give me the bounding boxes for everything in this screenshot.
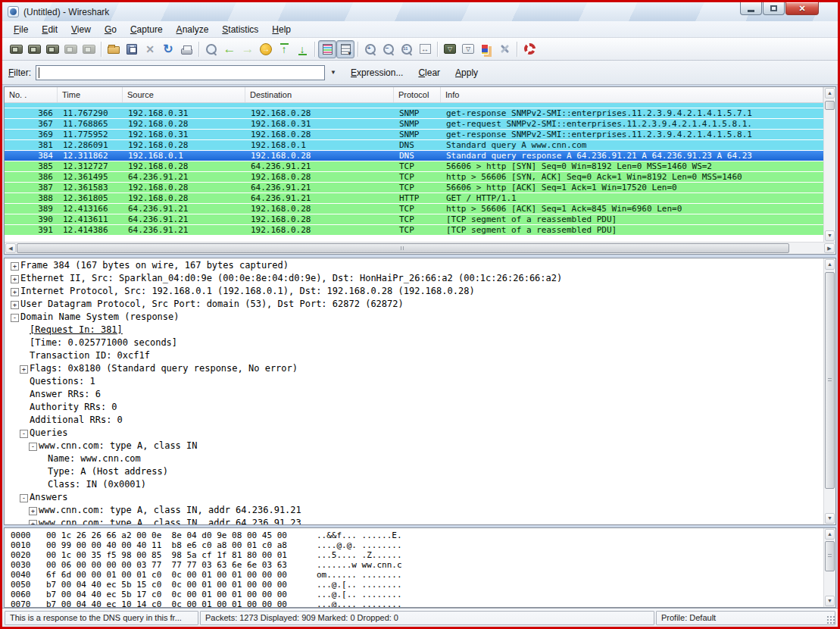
hex-row-0050[interactable]: 0050b7 00 04 40 ec 5b 15 c0 0c 00 01 00 … <box>5 580 823 590</box>
packet-row-367[interactable]: 36711.768865192.168.0.28192.168.0.31SNMP… <box>5 119 823 130</box>
scroll-track[interactable] <box>824 271 835 512</box>
detail-row[interactable]: +www.cnn.com: type A, class IN, addr 64.… <box>5 518 823 524</box>
scroll-up-arrow[interactable]: ▲ <box>825 259 835 270</box>
expand-icon[interactable]: + <box>11 301 19 309</box>
expression-button[interactable]: Expression... <box>345 65 409 80</box>
resize-grip[interactable] <box>826 615 835 624</box>
hex-row-0060[interactable]: 0060b7 00 04 40 ec 5b 17 c0 0c 00 01 00 … <box>5 590 823 599</box>
reload-file-button[interactable] <box>159 40 177 58</box>
detail-row[interactable]: +User Datagram Protocol, Src Port: domai… <box>5 299 823 311</box>
menu-file[interactable]: File <box>7 23 35 36</box>
collapse-icon[interactable]: - <box>11 314 19 322</box>
detail-row[interactable]: Answer RRs: 6 <box>5 389 823 402</box>
restart-capture-button[interactable] <box>80 40 98 58</box>
scroll-up-arrow[interactable]: ▲ <box>825 529 835 540</box>
scroll-down-arrow[interactable]: ▼ <box>825 596 835 606</box>
stop-capture-button[interactable] <box>61 40 80 58</box>
close-button[interactable]: ✕ <box>785 2 819 15</box>
menu-help[interactable]: Help <box>265 23 298 36</box>
go-to-top-button[interactable] <box>275 40 293 58</box>
apply-button[interactable]: Apply <box>449 65 484 80</box>
packet-row-390[interactable]: 39012.41361164.236.91.21192.168.0.28TCP[… <box>5 214 823 225</box>
expand-icon[interactable]: + <box>29 507 37 515</box>
scroll-right-arrow[interactable]: ▶ <box>824 243 835 253</box>
scroll-track[interactable] <box>17 243 823 254</box>
menu-view[interactable]: View <box>64 23 98 36</box>
detail-row[interactable]: [Time: 0.025771000 seconds] <box>5 337 823 350</box>
packet-row-384-selected[interactable]: 38412.311862192.168.0.1192.168.0.28DNSSt… <box>5 151 823 161</box>
help-button[interactable] <box>520 40 539 58</box>
collapse-icon[interactable]: - <box>29 443 37 451</box>
scroll-thumb[interactable] <box>825 272 835 489</box>
detail-row[interactable]: Class: IN (0x0001) <box>5 479 823 492</box>
menu-go[interactable]: Go <box>98 23 123 36</box>
detail-row[interactable]: Transaction ID: 0xcf1f <box>5 350 823 363</box>
detail-row[interactable]: Name: www.cnn.com <box>5 453 823 466</box>
details-vscrollbar[interactable]: ▲ ▼ <box>823 258 835 524</box>
scroll-thumb[interactable] <box>825 101 835 110</box>
scroll-down-arrow[interactable]: ▼ <box>825 513 835 524</box>
capture-options-button[interactable] <box>25 40 43 58</box>
hex-row-0030[interactable]: 003000 06 00 00 00 00 03 77 77 77 03 63 … <box>5 560 823 570</box>
column-header-protocol[interactable]: Protocol <box>394 87 441 102</box>
display-filters-button[interactable] <box>459 40 477 58</box>
menu-capture[interactable]: Capture <box>123 23 170 36</box>
filter-input[interactable] <box>36 65 325 80</box>
packet-row-388[interactable]: 38812.361805192.168.0.2864.236.91.21HTTP… <box>5 193 823 204</box>
detail-row[interactable]: Type: A (Host address) <box>5 466 823 479</box>
expand-icon[interactable]: + <box>11 288 19 296</box>
packet-row-365[interactable]: 36511.766192.168.0.28192.168.0.31SNMPget… <box>5 103 823 108</box>
maximize-button[interactable] <box>763 2 785 15</box>
column-header-time[interactable]: Time <box>58 87 123 102</box>
menu-edit[interactable]: Edit <box>35 23 64 36</box>
detail-row[interactable]: -Answers <box>5 492 823 505</box>
menu-analyze[interactable]: Analyze <box>170 23 216 36</box>
detail-row[interactable]: Authority RRs: 0 <box>5 402 823 415</box>
colorize-packets-toggle-button[interactable] <box>318 40 336 58</box>
column-header-source[interactable]: Source <box>123 87 245 102</box>
hex-row-0070[interactable]: 0070b7 00 04 40 ec 10 14 c0 0c 00 01 00 … <box>5 599 823 607</box>
coloring-rules-button[interactable] <box>477 40 495 58</box>
scroll-track[interactable] <box>824 99 835 230</box>
packet-row-386[interactable]: 38612.36149564.236.91.21192.168.0.28TCPh… <box>5 172 823 183</box>
resize-columns-button[interactable] <box>416 40 434 58</box>
detail-row[interactable]: Questions: 1 <box>5 376 823 389</box>
detail-row[interactable]: -Queries <box>5 427 823 440</box>
minimize-button[interactable] <box>740 2 762 15</box>
zoom-normal-button[interactable]: 1:1 <box>398 40 416 58</box>
detail-row[interactable]: +Flags: 0x8180 (Standard query response,… <box>5 363 823 376</box>
packet-row-389[interactable]: 38912.41316664.236.91.21192.168.0.28TCPh… <box>5 204 823 214</box>
start-capture-button[interactable] <box>43 40 61 58</box>
open-file-button[interactable] <box>105 40 123 58</box>
auto-scroll-toggle-button[interactable] <box>336 40 354 58</box>
scroll-up-arrow[interactable]: ▲ <box>825 88 835 99</box>
packet-row-381[interactable]: 38112.286091192.168.0.28192.168.0.1DNSSt… <box>5 140 823 151</box>
scroll-left-arrow[interactable]: ◀ <box>5 243 16 253</box>
zoom-out-button[interactable]: − <box>379 40 398 58</box>
zoom-in-button[interactable]: + <box>361 40 379 58</box>
list-interfaces-button[interactable] <box>7 40 25 58</box>
packet-row-366[interactable]: 36611.767290192.168.0.31192.168.0.28SNMP… <box>5 108 823 119</box>
go-forward-button[interactable] <box>239 40 257 58</box>
detail-row[interactable]: +Frame 384 (167 bytes on wire, 167 bytes… <box>5 260 823 273</box>
menu-statistics[interactable]: Statistics <box>215 23 265 36</box>
packet-list-vscrollbar[interactable]: ▲ ▼ <box>823 87 835 242</box>
print-button[interactable] <box>177 40 195 58</box>
detail-row[interactable]: +Internet Protocol, Src: 192.168.0.1 (19… <box>5 286 823 299</box>
hex-row-0010[interactable]: 001000 99 00 00 40 00 40 11 b8 e6 c0 a8 … <box>5 540 823 550</box>
scroll-down-arrow[interactable]: ▼ <box>825 230 835 241</box>
detail-row[interactable]: +www.cnn.com: type A, class IN, addr 64.… <box>5 505 823 518</box>
packet-row-369[interactable]: 36911.775952192.168.0.31192.168.0.28SNMP… <box>5 130 823 140</box>
scroll-thumb[interactable] <box>825 541 835 571</box>
titlebar[interactable]: (Untitled) - Wireshark ✕ <box>2 2 838 21</box>
expand-icon[interactable]: + <box>11 262 19 271</box>
hex-row-0000[interactable]: 000000 1c 26 26 66 a2 00 0e 8e 04 d0 9e … <box>5 530 823 540</box>
filter-history-dropdown[interactable]: ▼ <box>325 65 342 80</box>
packet-row-387[interactable]: 38712.361583192.168.0.2864.236.91.21TCP5… <box>5 183 823 193</box>
go-to-packet-button[interactable] <box>257 40 275 58</box>
scroll-thumb[interactable] <box>17 243 789 253</box>
detail-row[interactable]: -Domain Name System (response) <box>5 311 823 324</box>
collapse-icon[interactable]: - <box>20 494 28 502</box>
column-header-no[interactable]: No. . <box>5 87 58 102</box>
close-file-button[interactable] <box>141 40 159 58</box>
